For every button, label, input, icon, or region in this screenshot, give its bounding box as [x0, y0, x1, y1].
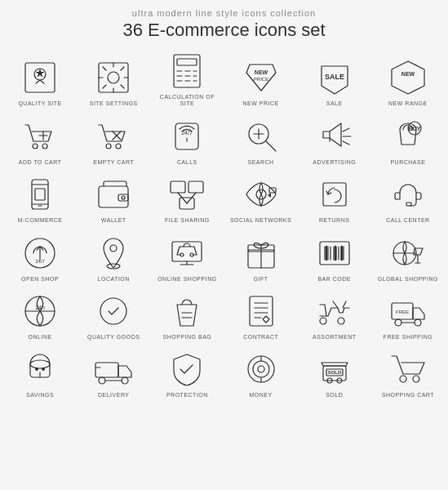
- file-sharing-icon: [166, 173, 208, 216]
- icon-cell-bar-code: BAR CODE: [299, 229, 370, 284]
- icon-cell-shopping-bag: SHOPPING BAG: [151, 287, 223, 342]
- svg-line-11: [103, 85, 106, 88]
- quality-site-label: QUALITY SITE: [18, 100, 61, 107]
- svg-rect-117: [95, 363, 118, 377]
- svg-point-124: [258, 366, 264, 372]
- open-shop-icon: 24/7: [19, 232, 61, 274]
- icon-cell-sold: SOLD SOLD: [299, 345, 370, 400]
- svg-line-38: [266, 141, 276, 151]
- svg-point-28: [42, 144, 47, 149]
- calls-label: CALLS: [177, 159, 197, 166]
- svg-text:SOLD: SOLD: [327, 370, 341, 375]
- calls-icon: 24/7: [166, 115, 208, 158]
- purchase-label: PURCHASE: [390, 159, 425, 166]
- svg-point-113: [30, 360, 50, 368]
- free-shipping-label: FREE SHIPPING: [384, 334, 433, 341]
- returns-icon: [313, 173, 356, 216]
- svg-point-132: [400, 376, 406, 382]
- sale-label: SALE: [326, 100, 343, 107]
- icon-cell-location: LOCATION: [78, 229, 149, 284]
- new-price-label: NEW PRICE: [242, 100, 278, 107]
- sale-icon: SALE: [313, 56, 356, 99]
- svg-point-119: [122, 377, 128, 384]
- money-label: MONEY: [249, 392, 272, 399]
- subtitle: ultra modern line style icons collection: [132, 8, 316, 18]
- svg-text:FREE: FREE: [396, 310, 409, 314]
- svg-line-8: [103, 67, 106, 70]
- advertising-label: ADVERTISING: [313, 159, 356, 166]
- icon-grid: QUALITY SITE SITE SETTINGS CALCULATION O…: [4, 47, 444, 401]
- svg-point-31: [106, 144, 111, 149]
- online-icon: 24h: [19, 290, 61, 332]
- svg-point-54: [122, 196, 125, 199]
- svg-point-105: [338, 318, 344, 324]
- svg-point-123: [253, 361, 269, 377]
- gift-label: GIFT: [254, 276, 268, 283]
- new-range-label: NEW RANGE: [388, 100, 428, 107]
- svg-point-116: [42, 368, 45, 371]
- social-networks-icon: [240, 173, 282, 216]
- open-shop-label: OPEN SHOP: [21, 276, 59, 283]
- delivery-label: DELIVERY: [98, 392, 130, 399]
- svg-rect-50: [35, 189, 45, 200]
- protection-icon: [166, 348, 208, 390]
- icon-cell-empty-cart: EMPTY CART: [78, 113, 149, 167]
- savings-label: SAVINGS: [26, 392, 54, 399]
- global-shopping-icon: [387, 232, 429, 274]
- svg-point-27: [33, 144, 38, 149]
- sold-label: SOLD: [326, 392, 343, 399]
- icon-cell-new-price: NEWPRICE NEW PRICE: [224, 47, 296, 109]
- svg-text:24h: 24h: [35, 305, 45, 310]
- icon-cell-protection: PROTECTION: [151, 345, 223, 400]
- svg-text:PRICE: PRICE: [253, 77, 268, 82]
- title: 36 E-commerce icons set: [122, 20, 325, 41]
- m-commerce-icon: [19, 173, 61, 216]
- icon-cell-purchase: BUY PURCHASE: [372, 113, 444, 167]
- bar-code-icon: [313, 232, 356, 274]
- svg-text:BUY: BUY: [409, 126, 421, 131]
- svg-point-67: [110, 245, 117, 252]
- svg-line-10: [121, 67, 124, 70]
- shopping-bag-icon: [166, 290, 208, 332]
- shopping-cart-label: SHOPPING CART: [382, 392, 434, 399]
- contract-label: CONTRACT: [243, 334, 278, 341]
- call-center-label: CALL CENTER: [386, 217, 429, 224]
- svg-rect-63: [406, 203, 411, 206]
- svg-point-109: [395, 319, 401, 326]
- icon-cell-online: 24h ONLINE: [4, 287, 76, 342]
- shopping-bag-label: SHOPPING BAG: [163, 334, 212, 341]
- shopping-cart-icon: [387, 348, 429, 390]
- icon-cell-savings: SAVINGS: [4, 345, 76, 400]
- online-label: ONLINE: [29, 334, 52, 341]
- icon-cell-shopping-cart: SHOPPING CART: [372, 345, 444, 400]
- icon-cell-social-networks: SOCIAL NETWORKS: [224, 171, 296, 225]
- quality-goods-icon: [92, 290, 135, 332]
- new-price-icon: NEWPRICE: [240, 56, 282, 99]
- icon-cell-quality-goods: QUALITY GOODS: [78, 287, 149, 342]
- add-to-cart-icon: [19, 115, 61, 158]
- quality-site-icon: [19, 56, 61, 99]
- delivery-icon: [92, 348, 135, 390]
- icon-cell-returns: RETURNS: [299, 171, 370, 225]
- free-shipping-icon: FREE: [387, 290, 429, 332]
- page: ultra modern line style icons collection…: [0, 0, 448, 490]
- svg-rect-52: [99, 186, 128, 207]
- svg-point-104: [320, 318, 326, 324]
- icon-cell-quality-site: QUALITY SITE: [4, 47, 76, 109]
- svg-text:24/7: 24/7: [182, 130, 193, 136]
- location-label: LOCATION: [98, 276, 130, 283]
- site-settings-label: SITE SETTINGS: [90, 100, 138, 107]
- svg-line-42: [343, 128, 349, 131]
- icon-cell-wallet: WALLET: [78, 171, 149, 225]
- svg-text:SALE: SALE: [325, 73, 344, 81]
- svg-text:NEW: NEW: [254, 69, 268, 75]
- search-label: SEARCH: [247, 159, 273, 166]
- svg-rect-13: [177, 59, 197, 65]
- wallet-icon: [92, 173, 135, 216]
- icon-cell-call-center: CALL CENTER: [372, 171, 444, 225]
- assortment-label: ASSORTMENT: [313, 334, 357, 341]
- money-icon: [240, 348, 282, 390]
- svg-point-118: [99, 377, 105, 384]
- icon-cell-advertising: ADVERTISING: [299, 113, 370, 167]
- icon-cell-free-shipping: FREE FREE SHIPPING: [372, 287, 444, 342]
